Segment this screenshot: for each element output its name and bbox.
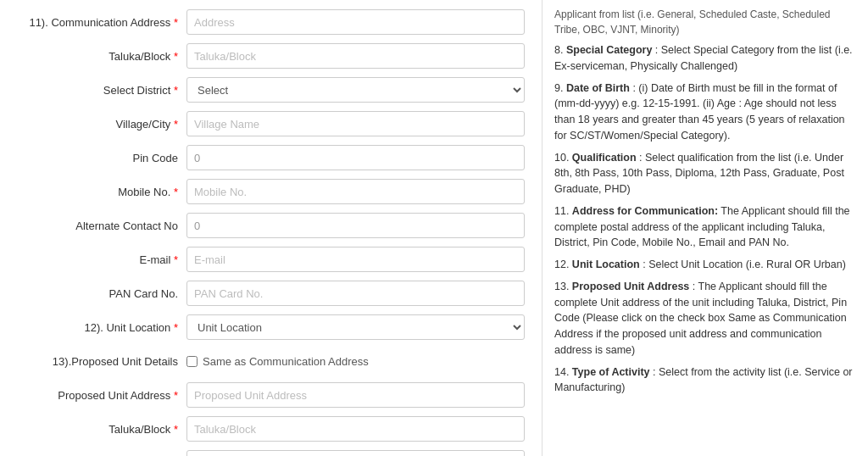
select-unit-location[interactable]: Unit Location	[186, 314, 525, 340]
label-unit-location: 12). Unit Location *	[17, 321, 186, 334]
required-star: *	[174, 84, 178, 97]
info-item-num: 14.	[554, 366, 572, 378]
form-row-proposed-unit-details: 13).Proposed Unit DetailsSame as Communi…	[17, 348, 525, 375]
input-taluka-block-1[interactable]	[186, 43, 525, 69]
input-pin-code[interactable]	[186, 145, 525, 170]
info-item-title: Type of Activity	[572, 366, 650, 378]
info-item-sep: :	[650, 366, 659, 378]
checkbox-label-proposed-unit-details: Same as Communication Address	[203, 355, 369, 368]
form-row-select-district-2: Select District *Select	[17, 449, 525, 456]
info-item-11: 11. Address for Communication: The Appli…	[554, 203, 856, 251]
info-item-14: 14. Type of Activity : Select from the a…	[554, 364, 856, 397]
info-item-12: 12. Unit Location : Select Unit Location…	[554, 257, 856, 273]
label-email: E-mail *	[17, 253, 186, 266]
form-row-comm-address: 11). Communication Address *	[17, 8, 525, 36]
info-item-13: 13. Proposed Unit Address : The Applican…	[554, 279, 856, 359]
label-village-city-1: Village/City *	[17, 118, 186, 131]
info-list: 8. Special Category : Select Special Cat…	[554, 42, 856, 396]
info-item-sep: :	[640, 259, 648, 270]
info-item-title: Proposed Unit Address	[572, 281, 689, 292]
label-select-district-1: Select District *	[17, 84, 186, 97]
form-row-taluka-block-2: Taluka/Block *	[17, 415, 525, 442]
required-star: *	[174, 389, 178, 402]
label-alt-contact: Alternate Contact No	[17, 220, 186, 232]
required-star: *	[174, 16, 178, 29]
select-select-district-1[interactable]: Select	[186, 77, 525, 103]
required-star: *	[174, 118, 178, 131]
input-taluka-block-2[interactable]	[186, 416, 525, 442]
form-panel: 11). Communication Address *Taluka/Block…	[0, 0, 542, 456]
info-item-sep: :	[689, 281, 698, 292]
required-star: *	[174, 186, 178, 198]
label-comm-address: 11). Communication Address *	[17, 16, 186, 29]
form-row-pan-card: PAN Card No.	[17, 280, 525, 307]
info-item-num: 12.	[554, 259, 572, 270]
info-item-title: Address for Communication:	[572, 205, 718, 217]
info-item-title: Special Category	[566, 44, 652, 56]
form-row-alt-contact: Alternate Contact No	[17, 212, 525, 239]
form-row-unit-location: 12). Unit Location *Unit Location	[17, 314, 525, 341]
info-item-title: Qualification	[572, 152, 637, 164]
label-proposed-unit-addr: Proposed Unit Address *	[17, 389, 186, 402]
checkbox-wrapper-proposed-unit-details: Same as Communication Address	[186, 355, 369, 368]
info-item-num: 8.	[554, 44, 566, 56]
info-item-num: 13.	[554, 281, 572, 292]
info-top-text: Applicant from list (i.e. General, Sched…	[554, 7, 856, 37]
info-panel: Applicant from list (i.e. General, Sched…	[542, 0, 868, 456]
form-row-email: E-mail *	[17, 246, 525, 273]
form-row-proposed-unit-addr: Proposed Unit Address *	[17, 381, 525, 409]
info-item-9: 9. Date of Birth : (i) Date of Birth mus…	[554, 81, 856, 144]
form-row-select-district-1: Select District *Select	[17, 76, 525, 103]
input-alt-contact[interactable]	[186, 213, 525, 238]
info-item-title: Date of Birth	[566, 82, 630, 94]
info-item-8: 8. Special Category : Select Special Cat…	[554, 42, 856, 75]
info-item-text: Select Unit Location (i.e. Rural OR Urba…	[648, 259, 846, 270]
input-email[interactable]	[186, 247, 525, 272]
info-item-num: 9.	[554, 82, 566, 94]
input-pan-card[interactable]	[186, 281, 525, 306]
input-proposed-unit-addr[interactable]	[186, 382, 525, 408]
label-proposed-unit-details: 13).Proposed Unit Details	[17, 355, 186, 368]
required-star: *	[174, 50, 178, 63]
info-item-num: 11.	[554, 205, 572, 217]
label-taluka-block-2: Taluka/Block *	[17, 423, 186, 436]
label-pan-card: PAN Card No.	[17, 287, 186, 300]
checkbox-proposed-unit-details[interactable]	[186, 356, 198, 367]
form-row-pin-code: Pin Code	[17, 144, 525, 171]
info-item-sep: :	[652, 44, 660, 56]
select-select-district-2[interactable]: Select	[186, 450, 525, 456]
form-row-taluka-block-1: Taluka/Block *	[17, 42, 525, 70]
label-mobile-no: Mobile No. *	[17, 186, 186, 198]
info-item-10: 10. Qualification : Select qualification…	[554, 150, 856, 197]
form-row-village-city-1: Village/City *	[17, 110, 525, 137]
info-item-num: 10.	[554, 152, 572, 164]
form-row-mobile-no: Mobile No. *	[17, 178, 525, 205]
required-star: *	[174, 423, 178, 436]
required-star: *	[174, 253, 178, 266]
input-mobile-no[interactable]	[186, 179, 525, 204]
input-comm-address[interactable]	[186, 9, 525, 35]
main-container: 11). Communication Address *Taluka/Block…	[0, 0, 868, 456]
info-item-title: Unit Location	[572, 259, 640, 270]
required-star: *	[174, 321, 178, 334]
info-item-sep: :	[637, 152, 645, 164]
info-item-sep: :	[630, 82, 638, 94]
input-village-city-1[interactable]	[186, 111, 525, 136]
label-taluka-block-1: Taluka/Block *	[17, 50, 186, 63]
label-pin-code: Pin Code	[17, 152, 186, 164]
